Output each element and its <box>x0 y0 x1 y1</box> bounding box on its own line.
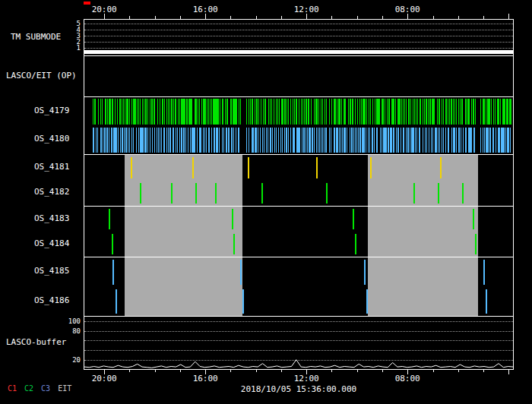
telemetry-tick-line <box>296 99 297 125</box>
telemetry-tick-line <box>135 99 136 125</box>
telemetry-tick-line <box>230 99 232 125</box>
telemetry-tick-line <box>318 128 318 153</box>
telemetry-tick-line <box>272 128 273 153</box>
telemetry-tick-line <box>486 99 486 125</box>
buffer-tick-label: 20 <box>61 357 81 364</box>
time-label-bottom: 20:00 <box>89 374 119 383</box>
telemetry-tick-line <box>188 128 188 153</box>
telemetry-tick-line <box>311 99 312 125</box>
time-label-bottom: 16:00 <box>190 374 220 383</box>
event-line <box>112 234 113 254</box>
telemetry-tick-line <box>204 128 205 153</box>
telemetry-tick-line <box>337 99 337 125</box>
telemetry-tick-line <box>493 128 494 153</box>
observation-window-block <box>125 207 242 257</box>
telemetry-tick-line <box>209 128 210 153</box>
telemetry-tick-line <box>410 99 411 125</box>
telemetry-tick-line <box>142 99 143 125</box>
telemetry-tick-line <box>401 128 401 153</box>
observation-window-block <box>125 257 242 316</box>
telemetry-tick-line <box>448 99 448 125</box>
telemetry-tick-line <box>154 128 155 153</box>
telemetry-tick-line <box>316 128 317 153</box>
telemetry-tick-line <box>366 99 367 125</box>
telemetry-tick-line <box>173 128 174 153</box>
telemetry-tick-line <box>255 99 255 125</box>
telemetry-tick-line <box>438 128 439 153</box>
time-label-top: 12:00 <box>291 5 321 14</box>
event-line <box>192 157 194 178</box>
telemetry-tick-line <box>439 99 440 125</box>
telemetry-tick-line <box>219 128 220 153</box>
telemetry-tick-line <box>369 99 369 125</box>
telemetry-tick-line <box>223 99 223 125</box>
top-major-tick <box>508 14 509 19</box>
telemetry-tick-line <box>249 128 249 153</box>
telemetry-tick-line <box>408 99 410 125</box>
telemetry-tick-line <box>491 99 492 125</box>
telemetry-tick-line <box>329 128 330 153</box>
telemetry-tick-line <box>456 128 457 153</box>
telemetry-tick-line <box>352 128 353 153</box>
telemetry-tick-line <box>309 99 309 125</box>
telemetry-tick-line <box>314 128 315 153</box>
telemetry-tick-line <box>294 128 295 153</box>
event-line <box>112 260 114 285</box>
telemetry-tick-line <box>261 99 261 125</box>
telemetry-tick-line <box>268 99 269 125</box>
bottom-minor-tick <box>357 370 358 372</box>
telemetry-tick-line <box>496 128 496 153</box>
bottom-minor-tick <box>433 370 434 372</box>
telemetry-tick-line <box>239 99 239 125</box>
telemetry-tick-line <box>197 128 198 153</box>
telemetry-tick-line <box>344 128 344 153</box>
buffer-trace-line <box>84 360 513 368</box>
telemetry-tick-line <box>147 99 148 125</box>
row-label-os_4182: OS_4182 <box>34 188 69 196</box>
telemetry-tick-line <box>205 99 206 125</box>
telemetry-tick-line <box>355 128 356 153</box>
telemetry-tick-line <box>258 99 259 125</box>
telemetry-tick-line <box>128 128 128 153</box>
telemetry-tick-line <box>420 99 421 125</box>
telemetry-tick-line <box>184 99 185 125</box>
telemetry-tick-line <box>339 99 340 125</box>
telemetry-tick-line <box>223 128 224 153</box>
event-line <box>195 183 197 204</box>
telemetry-tick-line <box>274 99 274 125</box>
telemetry-tick-line <box>161 128 162 153</box>
telemetry-tick-line <box>510 99 511 125</box>
submode-gridline <box>84 30 513 30</box>
buffer-tick-label: 80 <box>61 328 81 335</box>
telemetry-tick-line <box>262 128 263 153</box>
telemetry-tick-line <box>406 99 407 125</box>
telemetry-tick-line <box>318 99 319 125</box>
bottom-minor-tick <box>483 370 484 372</box>
telemetry-tick-line <box>375 99 375 125</box>
telemetry-tick-line <box>424 99 425 125</box>
telemetry-tick-line <box>217 128 218 153</box>
telemetry-tick-line <box>233 128 234 153</box>
telemetry-tick-line <box>252 128 253 153</box>
event-line <box>240 260 242 285</box>
telemetry-tick-line <box>471 99 472 125</box>
telemetry-tick-line <box>160 99 160 125</box>
telemetry-tick-line <box>406 128 407 153</box>
telemetry-tick-line <box>431 128 432 153</box>
telemetry-tick-line <box>168 99 169 125</box>
submode-gridline <box>84 42 513 43</box>
telemetry-tick-line <box>385 99 385 125</box>
observation-window-block <box>368 257 478 316</box>
telemetry-tick-line <box>443 128 444 153</box>
telemetry-tick-line <box>370 99 371 125</box>
telemetry-tick-line <box>451 128 452 153</box>
top-minor-tick <box>331 16 332 19</box>
telemetry-tick-line <box>154 99 155 125</box>
telemetry-tick-line <box>109 128 109 153</box>
bottom-minor-tick <box>331 370 332 372</box>
telemetry-tick-line <box>93 128 94 153</box>
telemetry-tick-line <box>227 99 228 125</box>
bottom-minor-tick <box>129 370 130 372</box>
telemetry-tick-line <box>495 99 496 125</box>
telemetry-tick-line <box>276 128 277 153</box>
